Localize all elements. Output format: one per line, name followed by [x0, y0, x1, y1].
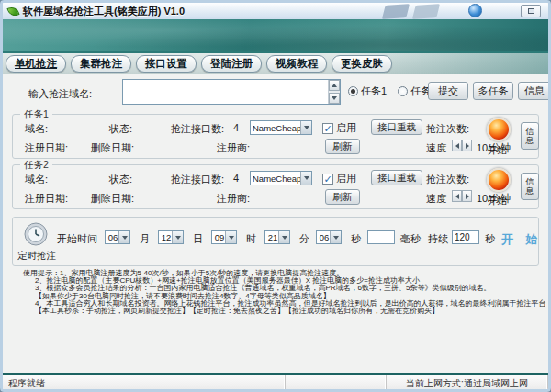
chevron-down-icon	[278, 231, 289, 243]
month-select[interactable]: 06	[105, 230, 130, 244]
second-select[interactable]: 06	[316, 230, 342, 244]
registrar-label: 注册商:	[217, 192, 250, 206]
registrar-select[interactable]: NameCheap(启用	[250, 120, 312, 135]
windows-flag-decoration-icon	[382, 4, 410, 19]
millisecond-input[interactable]	[367, 230, 395, 244]
task1-groupbox: 任务1 域名: 状态: 抢注接口数: 4 NameCheap(启用 ✓ 启用 接…	[12, 114, 539, 159]
info-button[interactable]: 信息	[518, 82, 551, 100]
status-ready-text: 程序就绪	[8, 377, 45, 390]
scroll-down-button[interactable]	[329, 93, 340, 104]
start-button-label: 开始	[488, 195, 507, 207]
radio-task1-label: 任务1	[361, 84, 387, 98]
radio-task1[interactable]: 任务1	[348, 84, 387, 98]
speed-stepper[interactable]	[452, 140, 472, 151]
ports-label: 抢注接口数:	[171, 122, 224, 136]
domain-input-scrollbar[interactable]	[328, 80, 340, 104]
task-info-button[interactable]: 信息	[521, 122, 539, 150]
tab-single-grab[interactable]: 单机抢注	[6, 55, 66, 73]
tab-change-skin[interactable]: 更换皮肤	[332, 55, 392, 73]
check-icon: ✓	[323, 174, 332, 184]
enable-checkbox-label: 启用	[336, 121, 356, 135]
chevron-down-icon	[118, 231, 129, 243]
ports-label: 抢注接口数:	[171, 173, 224, 186]
tab-bar: 单机抢注 集群抢注 接口设置 登陆注册 视频教程 更换皮肤	[3, 51, 548, 74]
chevron-down-icon	[225, 231, 236, 243]
tab-login-register[interactable]: 登陆注册	[201, 55, 262, 73]
start-button[interactable]	[487, 168, 511, 192]
registrar-select-value: NameCheap(启用	[251, 172, 300, 185]
domain-input[interactable]	[122, 79, 341, 105]
tab-interface-settings[interactable]: 接口设置	[136, 55, 197, 73]
window-close-button[interactable]	[521, 5, 541, 17]
domain-input-label: 输入抢注域名:	[28, 87, 92, 101]
app-leaf-icon	[6, 5, 19, 17]
day-unit-label: 日	[193, 232, 203, 246]
domain-input-row: 输入抢注域名: 任务1 任务2 提交 多任务 信息	[3, 74, 548, 111]
clock-icon	[24, 222, 48, 246]
refresh-button[interactable]: 刷新	[325, 189, 360, 205]
millisecond-unit-label: 毫秒	[400, 232, 421, 246]
start-timer-link[interactable]: 开 始 定 时	[501, 231, 551, 248]
registrar-select[interactable]: NameCheap(启用	[250, 171, 312, 185]
domain-label: 域名:	[25, 173, 48, 186]
status-bar: 程序就绪 当前上网方式:通过局域网上网	[3, 375, 548, 392]
scroll-up-button[interactable]	[329, 80, 340, 91]
radio-selected-icon	[348, 86, 358, 96]
regdate-label: 注册日期:	[25, 141, 68, 155]
status-middle-panel	[286, 375, 387, 392]
minute-select-value: 21	[265, 231, 278, 243]
hour-unit-label: 时	[246, 232, 256, 246]
arrow-right-icon[interactable]	[462, 140, 472, 151]
arrow-up-icon	[332, 84, 337, 87]
enable-checkbox-label: 启用	[336, 172, 356, 185]
title-bar: 软件屋域名抢注工具(铭美应用) V1.0	[3, 3, 548, 19]
hour-select[interactable]: 09	[211, 230, 237, 244]
timer-icon-label: 定时抢注	[17, 250, 56, 263]
second-unit-label: 秒	[351, 232, 361, 246]
instruction-line: 【本工具秒杀：手动抢注，网页刷新提交抢注】【定时抢注：免去熬夜之苦】【抢注成功的…	[23, 308, 548, 315]
hour-select-value: 09	[212, 231, 225, 243]
start-button[interactable]	[487, 118, 511, 141]
interface-reload-button[interactable]: 接口重载	[371, 170, 422, 185]
status-label: 状态:	[109, 122, 132, 136]
enable-checkbox[interactable]: ✓ 启用	[322, 121, 356, 135]
tab-video-tutorial[interactable]: 视频教程	[266, 55, 327, 73]
speed-stepper[interactable]	[452, 190, 472, 202]
task2-groupbox: 任务2 域名: 状态: 抢注接口数: 4 NameCheap(启用 ✓ 启用 接…	[12, 164, 539, 209]
ports-value: 4	[233, 173, 239, 184]
status-label: 状态:	[109, 173, 132, 186]
submit-button[interactable]: 提交	[428, 82, 468, 100]
status-ready-panel: 程序就绪	[3, 375, 286, 392]
attempts-label: 抢注次数:	[426, 122, 469, 136]
task-info-button[interactable]: 信息	[521, 173, 539, 200]
task2-legend: 任务2	[20, 159, 52, 172]
speed-label: 速度	[426, 141, 446, 155]
tab-cluster-grab[interactable]: 集群抢注	[71, 55, 131, 73]
arrow-down-icon	[332, 96, 337, 100]
enable-checkbox[interactable]: ✓ 启用	[322, 172, 356, 185]
day-select-value: 12	[159, 231, 172, 243]
status-network-text: 当前上网方式:通过局域网上网	[406, 377, 528, 390]
day-select[interactable]: 12	[158, 230, 184, 244]
refresh-button[interactable]: 刷新	[325, 139, 360, 154]
chevron-down-icon	[300, 172, 311, 185]
interface-reload-button[interactable]: 接口重载	[371, 119, 422, 135]
windows-flag-decoration-icon	[412, 4, 440, 19]
regdate-label: 注册日期:	[25, 192, 68, 206]
registrar-select-value: NameCheap(启用	[251, 121, 300, 134]
start-time-label: 开始时间	[57, 232, 97, 246]
second-select-value: 06	[317, 231, 330, 243]
duration-input[interactable]	[452, 230, 479, 244]
restore-icon	[528, 8, 534, 14]
domain-label: 域名:	[25, 122, 48, 136]
arrow-left-icon[interactable]	[452, 190, 462, 202]
month-unit-label: 月	[140, 232, 150, 246]
minute-select[interactable]: 21	[264, 230, 290, 244]
deldate-label: 删除日期:	[91, 192, 134, 206]
arrow-left-icon[interactable]	[452, 140, 462, 151]
arrow-right-icon[interactable]	[462, 190, 472, 202]
duration-unit-label: 秒	[485, 232, 495, 246]
chevron-down-icon	[300, 121, 311, 134]
ports-value: 4	[233, 122, 239, 133]
multitask-button[interactable]: 多任务	[473, 82, 513, 100]
